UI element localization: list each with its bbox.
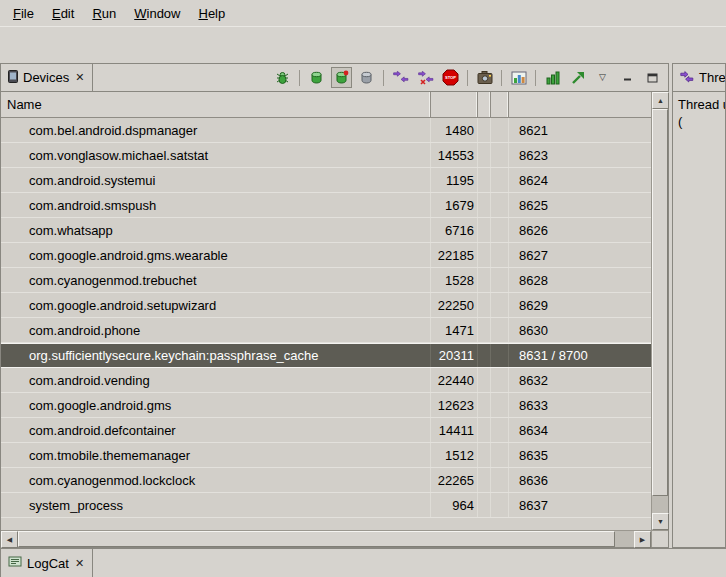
- cell-empty: [478, 118, 491, 142]
- screenshot-icon[interactable]: [474, 67, 495, 88]
- cell-empty: [491, 218, 509, 242]
- gc-icon[interactable]: [356, 67, 377, 88]
- table-row[interactable]: com.cyanogenmod.trebuchet15288628: [1, 268, 651, 293]
- toolbar-separator: [299, 70, 300, 86]
- start-profiling-icon[interactable]: [567, 67, 588, 88]
- scroll-right-icon[interactable]: ▶: [634, 531, 651, 548]
- process-name: com.google.android.setupwizard: [1, 293, 431, 317]
- menu-bar: FileEditRunWindowHelp: [0, 0, 726, 26]
- refresh-threads-icon[interactable]: [415, 67, 436, 88]
- process-name: com.android.vending: [1, 368, 431, 392]
- tab-threads-label: Threads: [699, 70, 726, 85]
- table-row[interactable]: com.bel.android.dspmanager14808621: [1, 118, 651, 143]
- horizontal-scroll-track[interactable]: [615, 531, 634, 547]
- show-heap-icon[interactable]: [306, 67, 327, 88]
- table-row[interactable]: com.android.smspush16798625: [1, 193, 651, 218]
- tab-threads[interactable]: Threads: [673, 64, 726, 91]
- cell-empty: [478, 468, 491, 492]
- devices-tabbar: Devices ✕: [1, 64, 668, 92]
- cell-empty: [491, 493, 509, 517]
- menu-window[interactable]: Window: [125, 3, 189, 24]
- process-port: 8625: [509, 193, 651, 217]
- table-row[interactable]: com.android.systemui11958624: [1, 168, 651, 193]
- table-row[interactable]: com.tmobile.thememanager15128635: [1, 443, 651, 468]
- column-header-pid[interactable]: [431, 92, 478, 117]
- scroll-up-icon[interactable]: ▲: [652, 92, 669, 109]
- vertical-scroll-thumb[interactable]: [652, 109, 668, 496]
- cell-empty: [491, 393, 509, 417]
- update-threads-icon[interactable]: [390, 67, 411, 88]
- table-row-selected[interactable]: org.sufficientlysecure.keychain:passphra…: [1, 343, 651, 368]
- table-row[interactable]: com.google.android.gms126238633: [1, 393, 651, 418]
- table-row[interactable]: com.android.phone14718630: [1, 318, 651, 343]
- process-name: org.sufficientlysecure.keychain:passphra…: [1, 344, 431, 367]
- vertical-scrollbar[interactable]: ▲ ▼: [651, 92, 668, 547]
- table-row[interactable]: com.google.android.setupwizard222508629: [1, 293, 651, 318]
- view-menu-icon[interactable]: ▽: [592, 67, 613, 88]
- device-table: Name com.bel.android.dspmanager14808621c…: [1, 92, 651, 547]
- table-row[interactable]: com.whatsapp67168626: [1, 218, 651, 243]
- process-name: com.android.defcontainer: [1, 418, 431, 442]
- scroll-down-icon[interactable]: ▼: [652, 513, 669, 530]
- table-row[interactable]: com.cyanogenmod.lockclock222658636: [1, 468, 651, 493]
- process-name: com.cyanogenmod.trebuchet: [1, 268, 431, 292]
- process-pid: 1528: [431, 268, 478, 292]
- menu-help[interactable]: Help: [189, 3, 234, 24]
- cell-empty: [491, 344, 509, 367]
- table-row[interactable]: com.vonglasow.michael.satstat145538623: [1, 143, 651, 168]
- cell-empty: [491, 193, 509, 217]
- maximize-icon[interactable]: [642, 67, 663, 88]
- table-empty-space: [1, 518, 651, 530]
- menu-run[interactable]: Run: [83, 3, 125, 24]
- table-row[interactable]: com.android.vending224408632: [1, 368, 651, 393]
- menu-edit[interactable]: Edit: [43, 3, 83, 24]
- table-row[interactable]: com.android.defcontainer144118634: [1, 418, 651, 443]
- process-port: 8637: [509, 493, 651, 517]
- column-header-port[interactable]: [509, 92, 651, 117]
- tab-logcat[interactable]: LogCat ✕: [0, 549, 93, 577]
- column-header-empty[interactable]: [478, 92, 491, 117]
- table-row[interactable]: system_process9648637: [1, 493, 651, 518]
- toolbar-separator: [383, 70, 384, 86]
- process-pid: 12623: [431, 393, 478, 417]
- menu-file[interactable]: File: [4, 3, 43, 24]
- cell-empty: [478, 168, 491, 192]
- column-header-name[interactable]: Name: [1, 92, 431, 117]
- process-pid: 6716: [431, 218, 478, 242]
- update-heap-icon[interactable]: [331, 67, 352, 88]
- cell-empty: [491, 118, 509, 142]
- process-port: 8632: [509, 368, 651, 392]
- process-port: 8631 / 8700: [509, 344, 651, 367]
- process-pid: 1512: [431, 443, 478, 467]
- cell-empty: [478, 368, 491, 392]
- cell-empty: [478, 268, 491, 292]
- cell-empty: [478, 344, 491, 367]
- cell-empty: [491, 143, 509, 167]
- horizontal-scroll-thumb[interactable]: [18, 531, 615, 547]
- process-pid: 1679: [431, 193, 478, 217]
- vertical-scroll-track[interactable]: [652, 496, 668, 513]
- table-row[interactable]: com.google.android.gms.wearable221858627: [1, 243, 651, 268]
- method-profiling-bars-icon[interactable]: [542, 67, 563, 88]
- close-icon[interactable]: ✕: [74, 71, 85, 84]
- horizontal-scrollbar[interactable]: ◀ ▶: [1, 530, 651, 547]
- minimize-icon[interactable]: [617, 67, 638, 88]
- scroll-left-icon[interactable]: ◀: [1, 531, 18, 548]
- process-name: system_process: [1, 493, 431, 517]
- process-pid: 22185: [431, 243, 478, 267]
- tab-devices[interactable]: Devices ✕: [1, 64, 93, 91]
- close-icon[interactable]: ✕: [74, 557, 85, 570]
- column-header-empty[interactable]: [491, 92, 509, 117]
- toolbar-strip: [0, 26, 726, 63]
- process-name: com.android.phone: [1, 318, 431, 342]
- stop-process-icon[interactable]: STOP: [440, 67, 461, 88]
- threads-tabbar: Threads: [673, 64, 725, 92]
- threads-icon: [680, 70, 694, 86]
- cell-empty: [491, 418, 509, 442]
- sysinfo-icon[interactable]: [508, 67, 529, 88]
- process-port: 8635: [509, 443, 651, 467]
- table-header: Name: [1, 92, 651, 118]
- process-port: 8629: [509, 293, 651, 317]
- cell-empty: [478, 418, 491, 442]
- debug-process-icon[interactable]: [272, 67, 293, 88]
